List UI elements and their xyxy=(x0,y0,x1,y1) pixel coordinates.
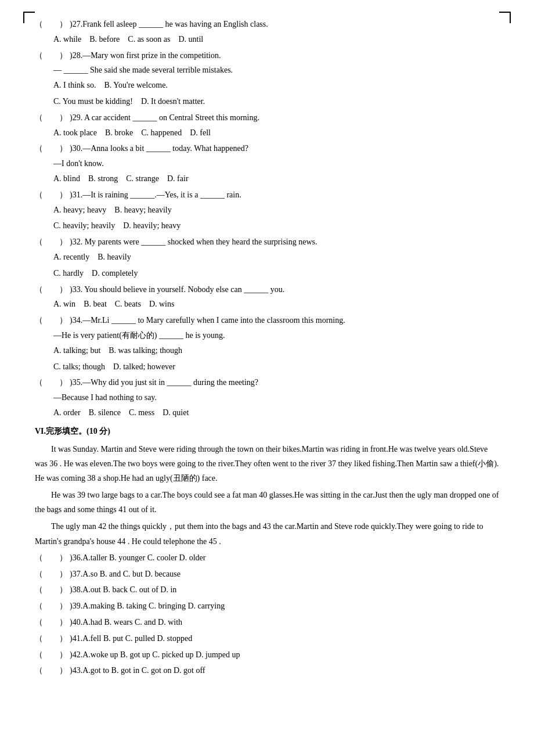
q40-text: )40.A.had B. wears C. and D. with xyxy=(70,615,182,629)
question-38: （ ） )38.A.out B. back C. out of D. in xyxy=(35,583,499,597)
passage-p3: The ugly man 42 the things quickly，put t… xyxy=(35,519,499,548)
q32-options1: A. recently B. heavily xyxy=(53,250,499,264)
q34-text: )34.—Mr.Li ______ to Mary carefully when… xyxy=(70,314,345,327)
q28-dash: — ______ She said she made several terri… xyxy=(53,63,499,77)
q36-text: )36.A.taller B. younger C. cooler D. old… xyxy=(70,551,205,565)
question-36: （ ） )36.A.taller B. younger C. cooler D.… xyxy=(35,551,499,565)
question-41: （ ） )41.A.fell B. put C. pulled D. stopp… xyxy=(35,632,499,646)
q42-text: )42.A.woke up B. got up C. picked up D. … xyxy=(70,648,240,662)
q30-text: )30.—Anna looks a bit ______ today. What… xyxy=(70,142,248,156)
question-43: （ ） )43.A.got to B. got in C. got on D. … xyxy=(35,664,499,678)
question-28: （ ） )28.—Mary won first prize in the com… xyxy=(35,49,499,109)
q41-text: )41.A.fell B. put C. pulled D. stopped xyxy=(70,632,192,646)
q31-options1: A. heavy; heavy B. heavy; heavily xyxy=(53,203,499,217)
q34-options1: A. talking; but B. was talking; though xyxy=(53,344,499,358)
q28-text: )28.—Mary won first prize in the competi… xyxy=(70,49,221,63)
q30-dash: —I don't know. xyxy=(53,157,499,171)
question-35: （ ） )35.—Why did you just sit in ______ … xyxy=(35,376,499,419)
q31-text: )31.—It is raining ______.—Yes, it is a … xyxy=(70,188,241,202)
passage-p2: He was 39 two large bags to a car.The bo… xyxy=(35,488,499,517)
q28-options2: C. You must be kidding! D. It doesn't ma… xyxy=(53,95,499,109)
q37-text: )37.A.so B. and C. but D. because xyxy=(70,567,181,581)
q29-options: A. took place B. broke C. happened D. fe… xyxy=(53,126,499,140)
q38-text: )38.A.out B. back C. out of D. in xyxy=(70,583,176,597)
q27-options: A. while B. before C. as soon as D. unti… xyxy=(53,33,499,46)
question-42: （ ） )42.A.woke up B. got up C. picked up… xyxy=(35,648,499,662)
corner-tl xyxy=(23,12,35,23)
question-40: （ ） )40.A.had B. wears C. and D. with xyxy=(35,615,499,629)
q34-options2: C. talks; though D. talked; however xyxy=(53,360,499,374)
q33-text: )33. You should believe in yourself. Nob… xyxy=(70,283,284,297)
question-27: （ ） )27.Frank fell asleep ______ he was … xyxy=(35,17,499,46)
q32-text: )32. My parents were ______ shocked when… xyxy=(70,235,317,249)
question-29: （ ） )29. A car accident ______ on Centra… xyxy=(35,111,499,140)
q43-text: )43.A.got to B. got in C. got on D. got … xyxy=(70,664,205,678)
passage-p1: It was Sunday. Martin and Steve were rid… xyxy=(35,442,499,486)
q35-options: A. order B. silence C. mess D. quiet xyxy=(53,406,499,420)
q35-text: )35.—Why did you just sit in ______ duri… xyxy=(70,376,258,390)
q33-options: A. win B. beat C. beats D. wins xyxy=(53,297,499,311)
q31-options2: C. heavily; heavily D. heavily; heavy xyxy=(53,219,499,233)
question-37: （ ） )37.A.so B. and C. but D. because xyxy=(35,567,499,581)
page-container: （ ） )27.Frank fell asleep ______ he was … xyxy=(35,17,499,678)
section-vi-title: VI.完形填空。(10 分) xyxy=(35,424,499,438)
question-34: （ ） )34.—Mr.Li ______ to Mary carefully … xyxy=(35,314,499,373)
q28-options1: A. I think so. B. You're welcome. xyxy=(53,78,499,92)
q29-text: )29. A car accident ______ on Central St… xyxy=(70,111,259,125)
q27-text: )27.Frank fell asleep ______ he was havi… xyxy=(70,17,268,31)
corner-tr xyxy=(499,12,511,23)
question-39: （ ） )39.A.making B. taking C. bringing D… xyxy=(35,599,499,613)
question-32: （ ） )32. My parents were ______ shocked … xyxy=(35,235,499,280)
q34-dash: —He is very patient(有耐心的) ______ he is y… xyxy=(53,329,499,343)
q39-text: )39.A.making B. taking C. bringing D. ca… xyxy=(70,599,225,613)
q35-dash: —Because I had nothing to say. xyxy=(53,391,499,405)
question-31: （ ） )31.—It is raining ______.—Yes, it i… xyxy=(35,188,499,233)
q32-options2: C. hardly D. completely xyxy=(53,267,499,280)
question-33: （ ） )33. You should believe in yourself.… xyxy=(35,283,499,312)
question-30: （ ） )30.—Anna looks a bit ______ today. … xyxy=(35,142,499,185)
q30-options: A. blind B. strong C. strange D. fair xyxy=(53,172,499,186)
